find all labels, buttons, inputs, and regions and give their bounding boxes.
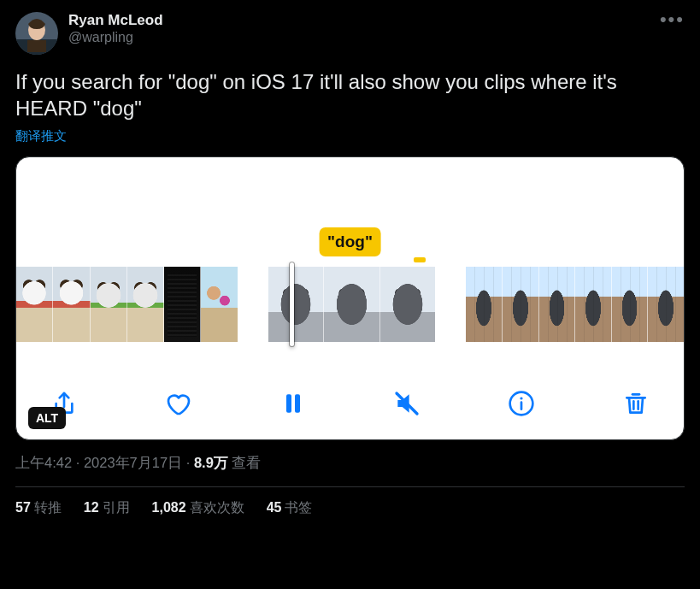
quotes-stat[interactable]: 12引用 bbox=[84, 499, 130, 517]
tweet-text: If you search for "dog" on iOS 17 it'll … bbox=[15, 68, 685, 121]
more-menu-button[interactable]: ••• bbox=[656, 12, 688, 27]
thumbnail bbox=[466, 267, 503, 342]
tweet-header: Ryan McLeod @warpling ••• bbox=[15, 12, 685, 55]
tweet-stats: 57转推 12引用 1,082喜欢次数 45书签 bbox=[15, 487, 685, 517]
thumbnail bbox=[53, 267, 90, 342]
thumbnail bbox=[91, 267, 127, 342]
search-result-chip: "dog" bbox=[319, 227, 381, 256]
author-names[interactable]: Ryan McLeod @warpling bbox=[68, 12, 656, 45]
thumbnail bbox=[324, 267, 380, 342]
tweet-container: Ryan McLeod @warpling ••• If you search … bbox=[0, 0, 700, 517]
media-card[interactable]: "dog" bbox=[15, 156, 685, 440]
thumbnail bbox=[127, 267, 164, 342]
clip-group-1[interactable] bbox=[16, 267, 238, 342]
pause-icon[interactable] bbox=[276, 386, 310, 421]
svg-rect-3 bbox=[27, 40, 46, 52]
thumbnail bbox=[380, 267, 436, 342]
tweet-time[interactable]: 上午4:42 bbox=[15, 455, 72, 470]
bookmarks-stat[interactable]: 45书签 bbox=[267, 499, 313, 517]
thumbnail bbox=[201, 267, 237, 342]
clip-group-3[interactable] bbox=[466, 267, 684, 342]
thumbnail bbox=[16, 267, 53, 342]
video-filmstrip[interactable] bbox=[16, 267, 684, 342]
svg-point-9 bbox=[521, 398, 523, 400]
trash-icon[interactable] bbox=[619, 386, 653, 421]
media-toolbar bbox=[16, 386, 684, 421]
thumbnail bbox=[648, 267, 684, 342]
tweet-meta: 上午4:42 · 2023年7月17日 · 8.9万 查看 bbox=[15, 454, 685, 473]
thumbnail bbox=[612, 267, 649, 342]
thumbnail bbox=[164, 267, 201, 342]
retweets-stat[interactable]: 57转推 bbox=[15, 499, 62, 517]
mute-icon[interactable] bbox=[390, 386, 424, 421]
thumbnail bbox=[575, 267, 612, 342]
views-label: 查看 bbox=[232, 455, 261, 470]
handle: @warpling bbox=[68, 30, 656, 45]
thumbnail bbox=[503, 267, 539, 342]
translate-link[interactable]: 翻译推文 bbox=[15, 128, 67, 144]
svg-rect-5 bbox=[295, 395, 300, 413]
playhead[interactable] bbox=[290, 262, 294, 346]
likes-stat[interactable]: 1,082喜欢次数 bbox=[152, 499, 244, 517]
thumbnail bbox=[539, 267, 576, 342]
avatar[interactable] bbox=[15, 12, 58, 55]
match-marker bbox=[414, 257, 426, 262]
display-name: Ryan McLeod bbox=[68, 12, 656, 29]
heart-icon[interactable] bbox=[162, 386, 196, 421]
tweet-date[interactable]: 2023年7月17日 bbox=[84, 455, 182, 470]
alt-badge[interactable]: ALT bbox=[28, 407, 66, 429]
svg-rect-4 bbox=[286, 395, 291, 413]
views-count: 8.9万 bbox=[194, 455, 228, 470]
thumbnail bbox=[268, 267, 325, 342]
info-icon[interactable] bbox=[504, 386, 538, 421]
